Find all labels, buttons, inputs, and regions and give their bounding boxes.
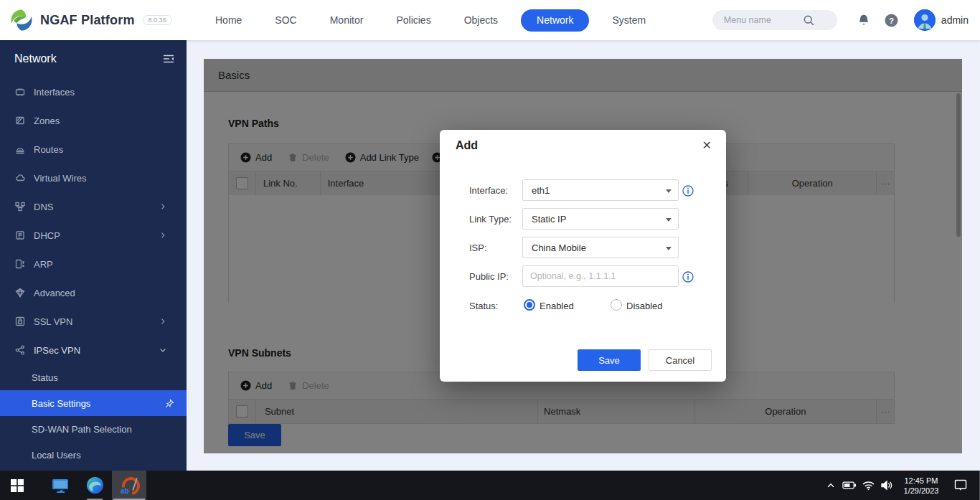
search-icon[interactable] [803,14,815,27]
sidebar-item-ipsec-vpn[interactable]: IPSec VPN [0,336,187,364]
sidebar-item-dns[interactable]: DNS [0,192,187,221]
chevron-down-icon [159,346,175,354]
sidebar-subitem-basic-settings[interactable]: Basic Settings [0,390,187,416]
app-title: NGAF Platform [40,13,135,28]
ssl-vpn-icon [14,316,26,327]
nav-monitor[interactable]: Monitor [314,9,380,32]
sidebar-item-label: ARP [34,259,53,270]
user-avatar[interactable] [914,9,936,31]
isp-select[interactable]: China Mobile [522,237,679,258]
arp-icon [14,258,26,270]
network-wifi-icon[interactable] [859,471,877,500]
dialog-title: Add [456,139,478,152]
sidebar-item-virtual-wires[interactable]: Virtual Wires [0,164,187,192]
taskbar-active-app[interactable]: ab [112,471,146,500]
battery-icon[interactable] [840,471,859,500]
ipsec-vpn-icon [14,344,26,356]
svg-text:?: ? [889,16,894,24]
sidebar-item-label: Routes [34,144,63,155]
windows-taskbar: ab 12:45 PM 1/29/2023 [0,471,980,500]
sidebar-subitem-local-users[interactable]: Local Users [0,442,187,468]
sidebar-item-advanced[interactable]: Advanced [0,278,187,307]
taskbar-remote-desktop-app[interactable] [43,471,77,500]
sidebar-subitem-label: Basic Settings [32,398,90,409]
sidebar-collapse-icon[interactable] [162,53,175,65]
action-center-icon[interactable] [946,471,975,500]
interface-select[interactable]: eth1 [522,179,679,201]
status-disabled-radio[interactable] [611,299,622,311]
help-icon[interactable]: ? [885,14,898,27]
status-enabled-radio[interactable] [524,299,535,311]
dhcp-icon [14,230,26,241]
nav-network[interactable]: Network [521,9,589,32]
ngaf-logo-icon [9,8,34,32]
status-label: Status: [469,301,498,311]
advanced-icon [14,287,26,298]
dropdown-caret-icon [666,247,672,250]
nav-soc[interactable]: SOC [258,9,313,32]
sidebar-item-arp[interactable]: ARP [0,250,187,278]
sidebar-subitem-label: SD-WAN Path Selection [32,424,132,435]
routes-icon [14,143,26,155]
sidebar-subitem-label: Local Users [32,450,81,461]
sidebar-item-label: Interfaces [34,87,75,98]
pin-icon[interactable] [164,398,175,409]
screen: NGAF Platform 8.0.36 Home SOC Monitor Po… [0,0,980,500]
sidebar-item-ssl-vpn[interactable]: SSL VPN [0,307,187,336]
sidebar-title: Network [14,52,57,65]
nav-policies[interactable]: Policies [380,9,447,32]
monitor-icon [51,477,70,494]
clock-time: 12:45 PM [899,476,943,486]
sidebar-item-label: DHCP [34,230,60,241]
dialog-cancel-button[interactable]: Cancel [649,349,712,371]
chevron-right-icon [159,231,175,240]
sidebar-item-label: SSL VPN [34,316,72,327]
sidebar-item-interfaces[interactable]: Interfaces [0,77,187,106]
volume-icon[interactable] [877,471,896,500]
sidebar-item-label: IPSec VPN [34,345,80,356]
menu-search-input[interactable] [722,14,803,26]
dialog-save-button[interactable]: Save [578,349,641,371]
main-nav: Home SOC Monitor Policies Objects Networ… [199,9,662,32]
chevron-right-icon [159,202,175,211]
close-icon[interactable]: ✕ [702,138,712,152]
sidebar-item-dhcp[interactable]: DHCP [0,221,187,250]
interfaces-icon [14,86,26,98]
nav-objects[interactable]: Objects [448,9,514,32]
version-badge: 8.0.36 [143,15,172,25]
link-type-label: Link Type: [469,214,512,225]
windows-logo-icon [11,479,24,492]
nav-system[interactable]: System [595,9,662,32]
sidebar-subitem-label: Status [32,372,58,383]
interface-info-icon[interactable] [682,185,694,197]
notifications-bell-icon[interactable] [857,14,870,27]
top-header: NGAF Platform 8.0.36 Home SOC Monitor Po… [0,0,980,40]
username-label[interactable]: admin [941,14,969,26]
clock-date: 1/29/2023 [899,486,943,496]
status-enabled-label: Enabled [540,301,574,311]
sidebar-subitem-status[interactable]: Status [0,364,187,390]
status-disabled-label: Disabled [626,301,663,311]
sidebar-item-zones[interactable]: Zones [0,106,187,135]
public-ip-input[interactable] [522,265,679,287]
dropdown-caret-icon [666,189,672,193]
taskbar-edge-browser[interactable] [77,471,112,500]
edge-icon [86,476,104,494]
sidebar-subitem-sdwan-path-selection[interactable]: SD-WAN Path Selection [0,416,187,442]
tray-hidden-icons-chevron[interactable] [821,471,840,500]
chevron-right-icon [159,317,175,326]
public-ip-info-icon[interactable] [682,271,694,283]
sidebar: Network Interfaces Zones Routes Virtual … [0,40,187,471]
sidebar-item-label: DNS [34,202,53,212]
sidebar-item-label: Virtual Wires [34,173,86,184]
taskbar-clock[interactable]: 12:45 PM 1/29/2023 [899,476,943,496]
public-ip-label: Public IP: [469,271,509,282]
sidebar-item-label: Zones [34,115,60,126]
dns-icon [14,201,26,212]
start-button[interactable] [0,471,34,500]
nav-home[interactable]: Home [199,9,258,32]
link-type-select[interactable]: Static IP [522,208,679,230]
system-tray: 12:45 PM 1/29/2023 [821,471,980,500]
menu-search[interactable] [712,10,837,30]
sidebar-item-routes[interactable]: Routes [0,135,187,164]
